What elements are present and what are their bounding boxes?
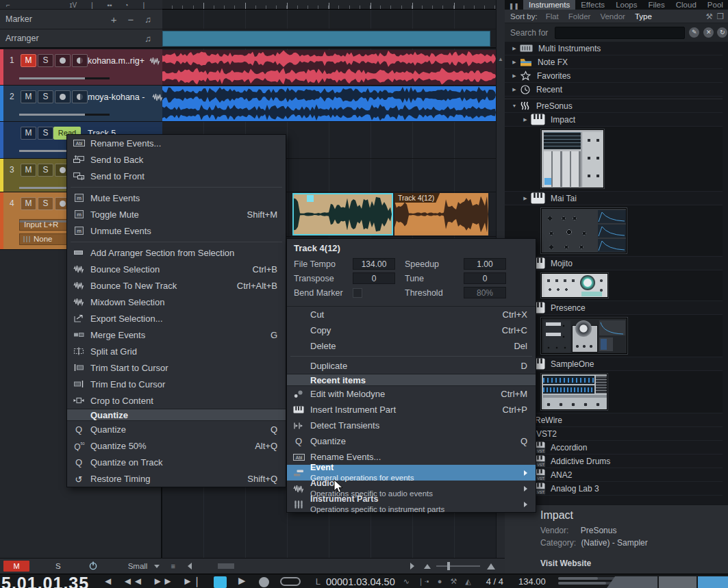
expand-icon[interactable]: ▶ (512, 87, 517, 92)
zoom-slider[interactable] (436, 565, 480, 567)
record-button[interactable] (259, 577, 269, 587)
solo-button[interactable]: S (38, 127, 53, 140)
record-mode-icon[interactable]: ● (438, 574, 442, 588)
power-icon[interactable] (88, 561, 98, 572)
panel-toggle-icon[interactable]: ❐ (717, 12, 724, 21)
expand-icon[interactable]: ▶ (512, 60, 517, 65)
edit-search-icon[interactable]: ✎ (689, 27, 699, 38)
zoom-out-icon[interactable] (424, 564, 431, 569)
menu-item-bounce-to-new-track[interactable]: Bounce To New TrackCtrl+Alt+B (67, 277, 286, 294)
search-input[interactable] (555, 27, 685, 39)
arranger-lane[interactable] (162, 29, 496, 49)
clip-selection-handle[interactable] (307, 195, 314, 202)
tempo-curve-icon[interactable]: ∿ (403, 574, 410, 588)
menu-item-quantize[interactable]: QQuantizeQ (287, 433, 536, 449)
menu-item-quantize-50[interactable]: Q50Quantize 50%Alt+Q (67, 437, 286, 454)
mute-button[interactable]: M (21, 90, 36, 103)
solo-button[interactable]: S (38, 197, 53, 210)
maitai-thumbnail[interactable] (541, 208, 627, 253)
track-name[interactable]: kohana.m..rig+ (88, 56, 145, 66)
tree-item-analog-lab-3[interactable]: VSTAnalog Lab 3 (505, 482, 723, 496)
menu-item-merge-events[interactable]: Merge EventsG (67, 327, 286, 343)
expand-icon[interactable]: ▶ (512, 73, 517, 79)
solo-button[interactable]: S (38, 90, 53, 103)
metronome2-icon[interactable]: ◭ (465, 574, 470, 588)
tab-cloud[interactable]: Cloud (670, 0, 702, 10)
expand-icon[interactable]: ▶ (523, 196, 528, 201)
main-time-display[interactable]: 5.01.01.35 (1, 574, 89, 588)
mute-button[interactable]: M (21, 54, 36, 67)
fast-forward-button[interactable]: ►► (153, 574, 173, 588)
loop-time-display[interactable]: 00001.03.04.50 (326, 574, 395, 588)
expand-icon[interactable]: ▶ (512, 46, 517, 51)
visit-website-link[interactable]: Visit Website (540, 559, 591, 568)
tree-item-sampleone[interactable]: SampleOne (505, 357, 723, 371)
tree-item-presonus[interactable]: ▼PreSonus (505, 99, 723, 113)
arranger-section-block[interactable] (162, 31, 490, 47)
tree-item-rewire[interactable]: ▶ReWire (505, 413, 723, 427)
menu-item-export-selection[interactable]: Export Selection... (67, 310, 286, 327)
sort-option-vendor[interactable]: Vendor (600, 12, 625, 21)
menu-item-rename-events[interactable]: AblRename Events... (67, 135, 286, 151)
tool-icon[interactable]: ⌐ (6, 1, 10, 9)
menu-item-send-to-back[interactable]: Send to Back (67, 151, 286, 168)
sort-option-folder[interactable]: Folder (568, 12, 591, 21)
stop-button[interactable] (214, 576, 227, 588)
solo-button[interactable]: S (38, 164, 53, 177)
arranger-track-header[interactable]: Arranger ♫ (0, 29, 162, 49)
tree-item-multi-instruments[interactable]: ▶Multi Instruments (505, 42, 723, 55)
metronome-icon[interactable]: ◔ (125, 1, 129, 9)
menu-item-trim-start-to-cursor[interactable]: Trim Start to Cursor (67, 359, 286, 376)
bend-marker-checkbox[interactable] (353, 288, 362, 298)
tree-item-note-fx[interactable]: ▶Note FX (505, 55, 723, 69)
sort-option-flat[interactable]: Flat (546, 12, 559, 21)
audio-clip-track2[interactable] (162, 86, 496, 121)
menu-item-unmute-events[interactable]: mUnmute Events (67, 222, 286, 239)
marker-lane[interactable] (162, 10, 496, 29)
menu-item-restore-timing[interactable]: ↺Restore TimingShift+Q (67, 470, 286, 487)
scroll-up-icon[interactable]: ▲ (497, 56, 505, 62)
menu-item-send-to-front[interactable]: Send to Front (67, 168, 286, 184)
menu-item-cut[interactable]: CutCtrl+X (287, 307, 536, 322)
menu-item-instrument-parts[interactable]: Instrument PartsOperations specific to i… (287, 496, 536, 512)
menu-item-mute-events[interactable]: mMute Events (67, 190, 286, 206)
mojito-thumbnail[interactable] (541, 273, 608, 298)
volume-slider[interactable] (19, 77, 110, 79)
menu-item-detect-transients[interactable]: Detect Transients (287, 418, 536, 433)
field-value-file-tempo[interactable]: 134.00 (353, 258, 395, 270)
tab-effects[interactable]: Effects (575, 0, 610, 10)
menu-item-copy[interactable]: CopyCtrl+C (287, 322, 536, 338)
tree-item-favorites[interactable]: ▶Favorites (505, 69, 723, 83)
track-size-select[interactable]: Small (128, 562, 148, 570)
audio-clip-track4-selected[interactable] (292, 193, 393, 235)
sampleone-thumbnail[interactable] (541, 374, 607, 410)
pin-icon[interactable]: ❚❚ (505, 3, 523, 10)
presence-thumbnail[interactable] (541, 318, 627, 354)
scroll-left-icon[interactable] (188, 563, 192, 570)
audio-clip-track4[interactable]: Track 4(12) (394, 193, 488, 235)
menu-item-toggle-mute[interactable]: mToggle MuteShift+M (67, 206, 286, 222)
menu-item-split-at-grid[interactable]: Split at Grid (67, 343, 286, 359)
menu-item-insert-instrument-part[interactable]: Insert Instrument PartCtrl+P (287, 402, 536, 418)
track-header-2[interactable]: 2MSmoya-kohana - (0, 86, 162, 122)
clear-search-icon[interactable]: ✕ (703, 27, 714, 38)
menu-item-delete[interactable]: DeleteDel (287, 338, 536, 354)
mute-button[interactable]: M (21, 197, 36, 210)
audio-clip-track1[interactable] (162, 50, 496, 85)
tree-item-accordion[interactable]: VSTAccordion (505, 441, 723, 455)
master-solo-button[interactable]: S (55, 562, 61, 570)
collapse-icon[interactable]: ▼ (512, 103, 517, 108)
refresh-icon[interactable]: ↻ (717, 27, 727, 38)
tree-item-presence[interactable]: Presence (505, 301, 723, 315)
track-name[interactable]: moya-kohana - (88, 92, 145, 102)
field-value-transpose[interactable]: 0 (353, 272, 395, 284)
tab-files[interactable]: Files (642, 0, 670, 10)
zoom-slider-handle[interactable] (447, 562, 450, 570)
record-arm-button[interactable] (55, 90, 71, 103)
menu-item-crop-to-content[interactable]: Crop to Content (67, 392, 286, 409)
pointer-tool-icon[interactable]: ɪV (70, 1, 77, 9)
list-icon[interactable]: ≡ (171, 562, 175, 570)
mute-button[interactable]: M (21, 164, 36, 177)
arranger-note-icon[interactable]: ♫ (145, 34, 151, 44)
rewind-button[interactable]: ◄◄ (123, 574, 143, 588)
